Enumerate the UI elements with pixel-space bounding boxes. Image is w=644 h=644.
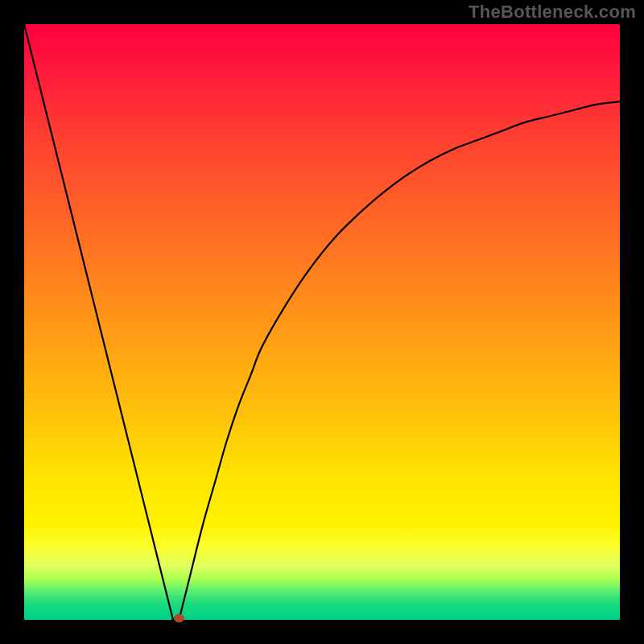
plot-area — [24, 24, 620, 620]
curve-left — [24, 24, 179, 620]
chart-frame: TheBottleneck.com — [0, 0, 644, 644]
watermark-label: TheBottleneck.com — [469, 2, 636, 23]
minimum-marker — [174, 614, 184, 622]
chart-svg — [24, 24, 620, 620]
curve-right — [179, 101, 620, 620]
